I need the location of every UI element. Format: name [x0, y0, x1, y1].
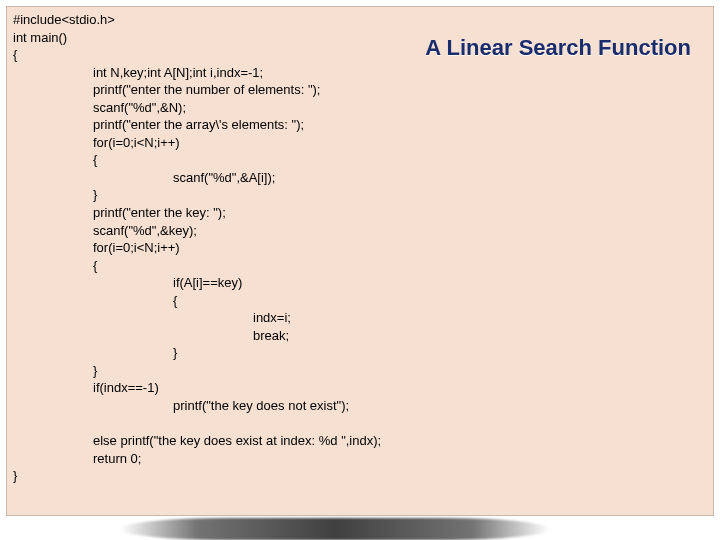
- code-line: if(A[i]==key): [173, 275, 242, 290]
- decorative-shadow: [120, 518, 550, 540]
- code-line: }: [13, 468, 17, 483]
- code-line: for(i=0;i<N;i++): [93, 240, 180, 255]
- code-line: }: [93, 363, 97, 378]
- code-line: printf("enter the key: ");: [93, 205, 226, 220]
- code-line: {: [13, 47, 17, 62]
- code-line: scanf("%d",&key);: [93, 223, 197, 238]
- code-line: printf("the key does not exist");: [173, 398, 349, 413]
- code-line: int N,key;int A[N];int i,indx=-1;: [93, 65, 263, 80]
- code-container: A Linear Search Function #include<stdio.…: [6, 6, 714, 516]
- code-line: }: [93, 187, 97, 202]
- slide: A Linear Search Function #include<stdio.…: [0, 0, 720, 540]
- code-line: indx=i;: [253, 310, 291, 325]
- code-block: #include<stdio.h> int main() { int N,key…: [13, 11, 707, 485]
- code-line: {: [93, 258, 97, 273]
- code-line: #include<stdio.h>: [13, 12, 115, 27]
- code-line: else printf("the key does exist at index…: [93, 433, 381, 448]
- code-line: int main(): [13, 30, 67, 45]
- code-line: return 0;: [93, 451, 141, 466]
- code-line: }: [173, 345, 177, 360]
- code-line: scanf("%d",&A[i]);: [173, 170, 275, 185]
- code-line: if(indx==-1): [93, 380, 159, 395]
- slide-title: A Linear Search Function: [425, 35, 691, 61]
- code-line: scanf("%d",&N);: [93, 100, 186, 115]
- code-line: {: [173, 293, 177, 308]
- code-line: printf("enter the array\'s elements: ");: [93, 117, 304, 132]
- code-line: break;: [253, 328, 289, 343]
- code-line: printf("enter the number of elements: ")…: [93, 82, 320, 97]
- code-line: for(i=0;i<N;i++): [93, 135, 180, 150]
- code-line: {: [93, 152, 97, 167]
